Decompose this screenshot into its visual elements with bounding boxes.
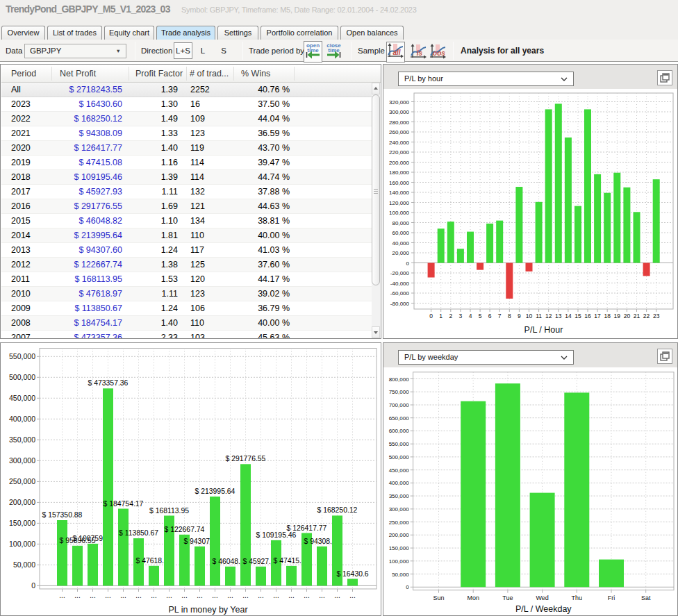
svg-text:3: 3 xyxy=(459,313,463,319)
svg-text:Tue: Tue xyxy=(502,594,513,601)
svg-text:750,000: 750,000 xyxy=(389,389,409,395)
svg-text:240,000: 240,000 xyxy=(389,140,409,146)
svg-text:150,000: 150,000 xyxy=(389,545,409,551)
svg-text:Mon: Mon xyxy=(467,594,479,601)
svg-text:20: 20 xyxy=(624,313,631,319)
svg-text:5: 5 xyxy=(479,313,482,319)
svg-text:0: 0 xyxy=(31,581,35,590)
svg-text:180,000: 180,000 xyxy=(389,169,409,176)
svg-text:...: ... xyxy=(319,592,324,599)
svg-text:P/L / Weekday: P/L / Weekday xyxy=(515,604,572,614)
svg-text:320,000: 320,000 xyxy=(389,99,409,106)
svg-text:650,000: 650,000 xyxy=(389,415,409,422)
svg-text:150,000: 150,000 xyxy=(9,519,35,527)
svg-text:...: ... xyxy=(258,592,263,599)
svg-text:260,000: 260,000 xyxy=(389,129,409,135)
svg-text:P/L / Hour: P/L / Hour xyxy=(524,325,563,335)
svg-text:16: 16 xyxy=(584,313,591,319)
svg-text:14: 14 xyxy=(565,313,572,319)
svg-text:500,000: 500,000 xyxy=(389,454,409,460)
svg-text:Thu: Thu xyxy=(572,594,583,601)
svg-text:$ 213995.64: $ 213995.64 xyxy=(195,488,235,495)
svg-text:$ 113850.67: $ 113850.67 xyxy=(119,529,158,537)
svg-text:160,000: 160,000 xyxy=(389,180,409,186)
svg-text:12: 12 xyxy=(545,313,552,319)
svg-text:...: ... xyxy=(135,592,141,599)
svg-text:0: 0 xyxy=(406,260,410,267)
svg-text:...: ... xyxy=(90,592,95,599)
svg-text:4: 4 xyxy=(469,313,472,319)
svg-text:50,000: 50,000 xyxy=(392,572,409,578)
svg-text:Wed: Wed xyxy=(536,594,548,601)
svg-text:Sat: Sat xyxy=(641,594,651,601)
svg-text:-40,000: -40,000 xyxy=(390,281,410,287)
svg-text:9: 9 xyxy=(518,313,521,319)
svg-text:0: 0 xyxy=(429,313,433,319)
svg-text:50,000: 50,000 xyxy=(13,560,35,569)
svg-text:-60,000: -60,000 xyxy=(390,290,410,297)
svg-text:21: 21 xyxy=(634,313,640,319)
svg-text:$ 157350.88: $ 157350.88 xyxy=(42,511,83,519)
svg-text:17: 17 xyxy=(594,313,601,319)
svg-text:140,000: 140,000 xyxy=(389,190,409,196)
svg-text:350,000: 350,000 xyxy=(9,435,35,444)
svg-text:8: 8 xyxy=(508,313,511,319)
svg-text:22: 22 xyxy=(643,313,650,319)
svg-text:700,000: 700,000 xyxy=(389,402,409,408)
svg-text:...: ... xyxy=(304,592,309,599)
svg-text:time: time xyxy=(307,47,319,53)
svg-text:200,000: 200,000 xyxy=(389,160,409,166)
svg-text:350,000: 350,000 xyxy=(389,493,409,499)
svg-text:...: ... xyxy=(120,592,126,599)
svg-text:550,000: 550,000 xyxy=(389,441,409,447)
svg-text:450,000: 450,000 xyxy=(9,394,35,402)
svg-text:...: ... xyxy=(166,592,172,599)
svg-text:$ 16430.6: $ 16430.6 xyxy=(336,570,368,578)
svg-text:6: 6 xyxy=(488,313,492,319)
svg-text:...: ... xyxy=(349,592,355,599)
svg-text:1: 1 xyxy=(439,313,443,319)
svg-text:$ 122667.74: $ 122667.74 xyxy=(165,526,205,533)
svg-text:400,000: 400,000 xyxy=(9,415,35,423)
svg-text:...: ... xyxy=(288,592,294,599)
svg-text:250,000: 250,000 xyxy=(9,477,35,485)
svg-text:600,000: 600,000 xyxy=(389,428,409,434)
svg-text:220,000: 220,000 xyxy=(389,149,409,156)
svg-text:550,000: 550,000 xyxy=(9,352,35,360)
svg-text:100,000: 100,000 xyxy=(389,558,409,565)
svg-text:400,000: 400,000 xyxy=(389,480,409,486)
svg-text:10: 10 xyxy=(526,313,533,319)
svg-text:Sun: Sun xyxy=(433,594,444,601)
svg-text:100,000: 100,000 xyxy=(389,210,409,216)
svg-text:...: ... xyxy=(273,592,279,599)
svg-text:...: ... xyxy=(227,592,233,599)
svg-text:20,000: 20,000 xyxy=(392,250,410,256)
svg-text:19: 19 xyxy=(614,313,621,319)
svg-text:0: 0 xyxy=(406,584,409,590)
svg-text:...: ... xyxy=(59,592,65,599)
svg-text:40,000: 40,000 xyxy=(392,240,410,247)
svg-text:-20,000: -20,000 xyxy=(390,270,410,276)
svg-text:...: ... xyxy=(334,592,340,599)
svg-text:time: time xyxy=(328,47,340,53)
svg-text:100,000: 100,000 xyxy=(9,540,35,548)
svg-text:Fri: Fri xyxy=(608,594,615,601)
svg-text:-80,000: -80,000 xyxy=(390,301,410,307)
svg-text:800,000: 800,000 xyxy=(389,376,409,383)
svg-text:...: ... xyxy=(74,592,80,599)
svg-text:2: 2 xyxy=(449,313,452,319)
svg-text:200,000: 200,000 xyxy=(389,532,409,538)
svg-text:is: is xyxy=(417,49,423,57)
svg-text:...: ... xyxy=(242,592,248,599)
svg-text:all: all xyxy=(392,49,400,56)
svg-text:$ 168113.95: $ 168113.95 xyxy=(149,507,189,515)
svg-text:$ 184754.17: $ 184754.17 xyxy=(104,500,144,508)
svg-text:...: ... xyxy=(151,592,156,599)
svg-text:60,000: 60,000 xyxy=(392,230,410,236)
svg-text:$ 109195.46: $ 109195.46 xyxy=(256,531,297,539)
svg-text:300,000: 300,000 xyxy=(389,109,409,115)
svg-text:PL in money by Year: PL in money by Year xyxy=(168,605,247,615)
svg-text:300,000: 300,000 xyxy=(389,506,409,513)
svg-text:23: 23 xyxy=(653,313,660,319)
svg-text:7: 7 xyxy=(498,313,502,319)
